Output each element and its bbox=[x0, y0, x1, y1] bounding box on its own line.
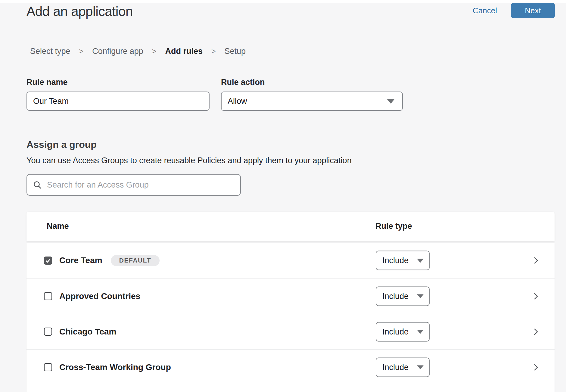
rule-action-select[interactable]: Allow bbox=[221, 92, 403, 111]
row-checkbox[interactable] bbox=[44, 363, 52, 371]
breadcrumb-item-select-type[interactable]: Select type bbox=[30, 46, 70, 56]
rule-type-select[interactable]: Include bbox=[376, 286, 430, 306]
table-row: Approved Countries Include bbox=[26, 278, 555, 314]
page-title: Add an application bbox=[26, 3, 133, 20]
rule-type-value: Include bbox=[382, 291, 409, 301]
assign-group-description: You can use Access Groups to create reus… bbox=[26, 155, 566, 166]
column-header-rule-type: Rule type bbox=[375, 222, 412, 231]
chevron-right-icon[interactable] bbox=[532, 328, 540, 336]
table-header: Name Rule type bbox=[26, 212, 555, 241]
table-body: Core Team DEFAULT Include Approved Count… bbox=[26, 243, 555, 392]
default-badge: DEFAULT bbox=[111, 255, 160, 266]
breadcrumb-item-configure-app[interactable]: Configure app bbox=[92, 46, 143, 56]
rule-type-select[interactable]: Include bbox=[376, 322, 430, 341]
rule-name-input[interactable] bbox=[26, 92, 210, 111]
add-application-page: Add an application Cancel Next Select ty… bbox=[0, 0, 566, 392]
top-strip bbox=[0, 0, 566, 3]
rule-name-label: Rule name bbox=[26, 77, 210, 87]
rule-type-select[interactable]: Include bbox=[376, 251, 430, 270]
row-checkbox[interactable] bbox=[44, 292, 52, 300]
column-header-name: Name bbox=[47, 222, 69, 231]
breadcrumb-separator: > bbox=[79, 46, 84, 56]
group-name: Chicago Team bbox=[59, 327, 116, 337]
search-icon bbox=[33, 181, 42, 189]
table-row: Core Team DEFAULT Include bbox=[26, 243, 555, 278]
next-button[interactable]: Next bbox=[511, 3, 555, 18]
rule-type-select[interactable]: Include bbox=[376, 357, 430, 377]
rule-action-value: Allow bbox=[228, 97, 247, 106]
rule-type-value: Include bbox=[382, 327, 409, 336]
chevron-right-icon[interactable] bbox=[532, 256, 540, 265]
access-groups-table: Name Rule type Core Team DEFAULT Include… bbox=[26, 212, 555, 392]
search-input[interactable] bbox=[26, 174, 241, 196]
group-name: Approved Countries bbox=[59, 291, 140, 301]
rule-type-value: Include bbox=[382, 362, 409, 372]
access-group-search bbox=[26, 174, 241, 196]
chevron-right-icon[interactable] bbox=[532, 363, 540, 372]
group-name: Cross-Team Working Group bbox=[59, 362, 171, 372]
group-name: Core Team bbox=[59, 256, 102, 265]
breadcrumb-separator: > bbox=[152, 46, 157, 56]
table-row: Chicago Team Include bbox=[26, 314, 555, 349]
caret-down-icon bbox=[417, 366, 424, 369]
page-header: Add an application Cancel Next bbox=[0, 3, 566, 20]
breadcrumb-item-add-rules[interactable]: Add rules bbox=[165, 46, 203, 56]
rule-action-label: Rule action bbox=[221, 77, 403, 87]
row-checkbox[interactable] bbox=[44, 328, 52, 336]
breadcrumb-item-setup[interactable]: Setup bbox=[225, 46, 246, 56]
rule-type-value: Include bbox=[382, 256, 409, 265]
rule-action-field-group: Rule action Allow bbox=[221, 77, 403, 111]
rule-form: Rule name Rule action Allow bbox=[26, 77, 566, 111]
assign-group-heading: Assign a group bbox=[26, 138, 566, 151]
table-row: Cross-Team Working Group Include bbox=[26, 349, 555, 385]
chevron-right-icon[interactable] bbox=[532, 292, 540, 300]
table-row-partial bbox=[26, 385, 555, 392]
caret-down-icon bbox=[387, 99, 394, 104]
caret-down-icon bbox=[417, 259, 424, 263]
breadcrumb: Select type>Configure app>Add rules>Setu… bbox=[30, 46, 566, 56]
cancel-button[interactable]: Cancel bbox=[473, 3, 497, 18]
rule-name-field-group: Rule name bbox=[26, 77, 210, 111]
caret-down-icon bbox=[417, 330, 424, 334]
row-checkbox[interactable] bbox=[44, 257, 52, 265]
check-icon bbox=[45, 257, 51, 264]
caret-down-icon bbox=[417, 294, 424, 298]
breadcrumb-separator: > bbox=[211, 46, 216, 56]
header-actions: Cancel Next bbox=[473, 3, 555, 18]
